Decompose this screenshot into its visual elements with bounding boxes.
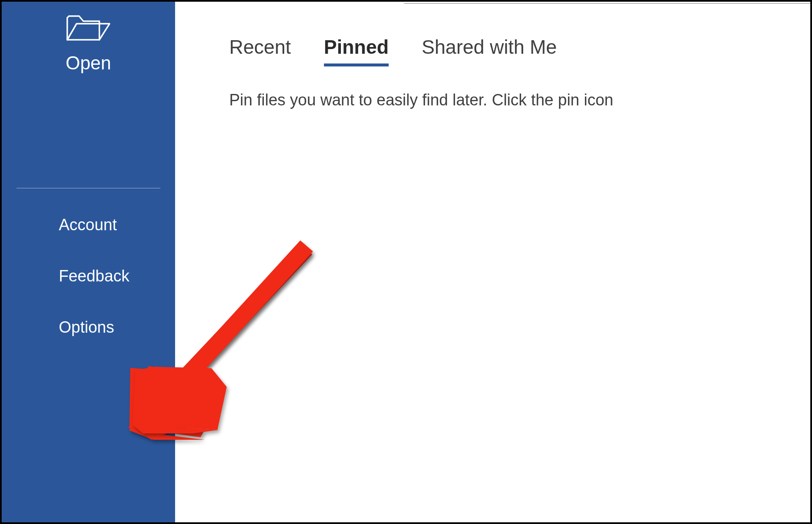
app-window: Open Account Feedback Options Recent Pin…: [0, 0, 812, 524]
sidebar-bottom: Account Feedback Options: [2, 188, 175, 336]
tab-pinned[interactable]: Pinned: [324, 36, 389, 66]
tab-shared-with-me[interactable]: Shared with Me: [422, 36, 557, 66]
top-rule: [403, 2, 810, 4]
tab-recent[interactable]: Recent: [229, 36, 291, 66]
sidebar-item-feedback[interactable]: Feedback: [59, 267, 175, 285]
svg-marker-0: [170, 245, 311, 397]
svg-marker-11: [166, 240, 313, 399]
pinned-hint-text: Pin files you want to easily find later.…: [229, 91, 810, 109]
open-folder-icon[interactable]: [65, 10, 112, 45]
svg-marker-3: [158, 243, 311, 404]
sidebar-item-options[interactable]: Options: [59, 318, 175, 336]
main-content: Recent Pinned Shared with Me Pin files y…: [175, 2, 810, 522]
sidebar-item-account[interactable]: Account: [59, 216, 175, 234]
svg-marker-9: [163, 243, 312, 400]
open-label[interactable]: Open: [66, 52, 111, 74]
tabs: Recent Pinned Shared with Me: [229, 36, 810, 66]
sidebar-top: Open: [2, 2, 175, 188]
backstage-sidebar: Open Account Feedback Options: [2, 2, 175, 522]
svg-marker-6: [156, 243, 312, 408]
